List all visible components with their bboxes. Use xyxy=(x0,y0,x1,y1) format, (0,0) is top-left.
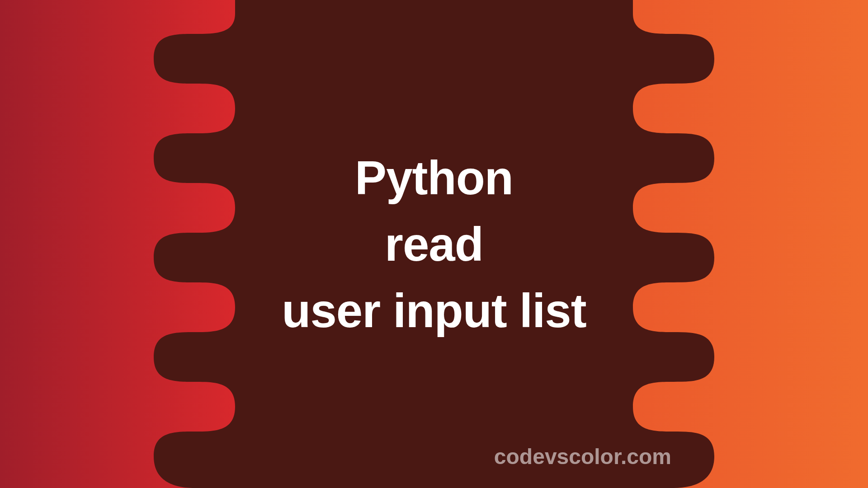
title-line-2: read xyxy=(0,211,868,277)
title-line-3: user input list xyxy=(0,277,868,344)
title-wrapper: Python read user input list xyxy=(0,145,868,344)
title-line-1: Python xyxy=(0,145,868,211)
banner-container: Python read user input list codevscolor.… xyxy=(0,0,868,488)
watermark-text: codevscolor.com xyxy=(494,444,671,469)
